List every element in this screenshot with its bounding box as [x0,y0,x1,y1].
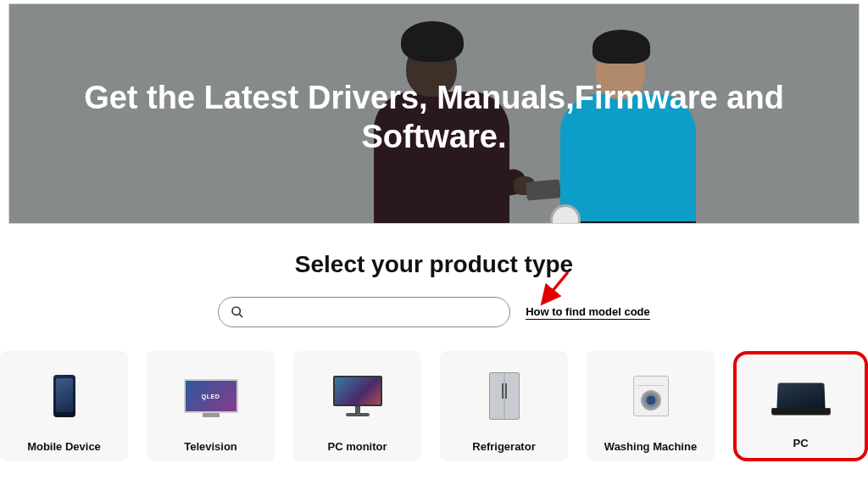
product-card-washing-machine[interactable]: Washing Machine [587,351,715,461]
pc-monitor-icon [293,351,421,440]
product-grid: Mobile Device QLED Television PC monitor… [0,351,868,470]
product-card-refrigerator[interactable]: Refrigerator [440,351,568,461]
product-label: Refrigerator [472,440,535,453]
laptop-icon [737,354,865,437]
section-title: Select your product type [0,251,868,278]
hero-banner: Get the Latest Drivers, Manuals,Firmware… [8,3,860,224]
search-icon [231,305,244,319]
product-label: Washing Machine [604,440,697,453]
washing-machine-icon [587,351,715,440]
product-label: Mobile Device [27,440,101,453]
product-card-television[interactable]: QLED Television [147,351,275,461]
hero-title: Get the Latest Drivers, Manuals,Firmware… [9,79,859,156]
product-label: Television [184,440,237,453]
product-label: PC monitor [327,440,387,453]
svg-line-1 [240,314,243,317]
product-label: PC [793,437,808,449]
search-input[interactable] [253,305,498,319]
product-card-mobile-device[interactable]: Mobile Device [0,351,128,461]
refrigerator-icon [440,351,568,440]
search-box[interactable] [218,297,510,327]
product-card-pc[interactable]: PC [733,351,868,461]
find-model-code-link[interactable]: How to find model code [526,305,650,320]
mobile-device-icon [0,351,128,440]
search-row: How to find model code [0,297,868,327]
product-card-pc-monitor[interactable]: PC monitor [293,351,421,461]
phone-icon [526,179,561,200]
svg-point-0 [232,307,240,315]
television-icon: QLED [147,351,275,440]
